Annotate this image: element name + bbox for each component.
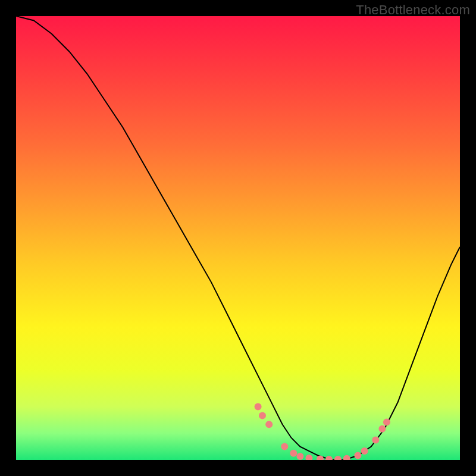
marker-dot: [334, 456, 342, 460]
marker-dot: [290, 450, 297, 457]
marker-dot: [383, 419, 390, 426]
marker-dot: [265, 421, 273, 428]
marker-dot: [255, 403, 262, 411]
bottleneck-curve: [16, 16, 460, 460]
bottleneck-plot: [16, 16, 460, 460]
marker-dot: [305, 455, 312, 460]
marker-dot: [259, 412, 266, 419]
marker-dot: [325, 456, 333, 460]
marker-dot: [372, 436, 379, 443]
marker-dot: [296, 453, 303, 460]
watermark-text: TheBottleneck.com: [356, 2, 470, 18]
marker-dot: [343, 455, 350, 460]
chart-area: [16, 16, 460, 460]
marker-dot: [354, 452, 361, 459]
marker-dot: [281, 443, 288, 450]
marker-dot: [361, 447, 368, 455]
marker-dot: [317, 456, 324, 461]
marker-dot: [378, 425, 386, 433]
highlight-points: [255, 403, 390, 461]
